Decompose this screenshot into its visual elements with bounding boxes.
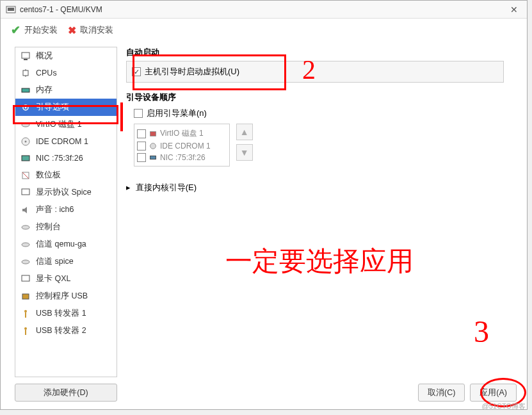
svg-rect-28 — [150, 156, 156, 159]
watermark: @51CTO博客 — [482, 402, 526, 411]
sidebar-item-tablet[interactable]: 数位板 — [15, 167, 117, 184]
main-panel: 自动启动 主机引导时启动虚拟机(U) 引导设备顺序 启用引导菜单(n) Virt… — [124, 47, 517, 377]
sidebar-item-label: 引导选项 — [36, 102, 69, 113]
autostart-checkbox-row[interactable]: 主机引导时启动虚拟机(U) — [132, 64, 498, 79]
autostart-box: 主机引导时启动虚拟机(U) — [126, 61, 504, 83]
svg-point-12 — [25, 141, 27, 143]
usb-icon — [20, 309, 31, 319]
autostart-title: 自动启动 — [126, 47, 514, 58]
tablet-icon — [20, 170, 31, 181]
sidebar-item-usb-redir-2[interactable]: USB 转发器 2 — [15, 322, 117, 339]
sidebar-item-label: 控制程序 USB — [36, 291, 88, 302]
sidebar-item-label: 概况 — [36, 51, 52, 61]
boot-item[interactable]: VirtIO 磁盘 1 — [137, 127, 227, 140]
sidebar-item-label: CPUs — [36, 69, 57, 77]
svg-rect-21 — [22, 294, 29, 299]
boot-item[interactable]: NIC :75:3f:26 — [137, 152, 227, 163]
sidebar-item-label: 信道 qemu-ga — [36, 239, 86, 250]
cdrom-icon — [149, 142, 157, 151]
cdrom-icon — [20, 136, 31, 147]
sidebar-item-label: VirtIO 磁盘 1 — [36, 119, 82, 130]
sidebar-item-label: 数位板 — [36, 170, 61, 181]
svg-rect-2 — [22, 53, 29, 58]
checkbox-icon[interactable] — [137, 129, 146, 138]
nic-icon — [149, 153, 157, 162]
footer: 添加硬件(D) 取消(C) 应用(A) — [15, 384, 517, 402]
titlebar: centos7-1 - QEMU/KVM ✕ — [1, 1, 527, 19]
cancel-install-button[interactable]: ✖ 取消安装 — [68, 24, 113, 37]
sidebar-item-virtio-disk[interactable]: VirtIO 磁盘 1 — [15, 116, 117, 133]
sidebar-item-boot-options[interactable]: 引导选项 — [15, 99, 117, 116]
add-hardware-button[interactable]: 添加硬件(D) — [15, 384, 117, 402]
disk-icon — [149, 129, 157, 138]
sidebar-item-video-qxl[interactable]: 显卡 QXL — [15, 270, 117, 288]
apply-button[interactable]: 应用(A) — [470, 384, 517, 402]
cancel-button[interactable]: 取消(C) — [418, 384, 465, 402]
sidebar-item-label: 声音 : ich6 — [36, 204, 74, 215]
svg-rect-1 — [8, 8, 14, 11]
move-up-button[interactable]: ▲ — [236, 124, 253, 140]
expand-arrow-icon: ▸ — [126, 183, 131, 192]
nic-icon — [20, 153, 31, 163]
sidebar-item-console[interactable]: 控制台 — [15, 218, 117, 236]
checkbox-icon[interactable] — [137, 142, 146, 151]
usb-controller-icon — [20, 291, 31, 302]
sidebar-item-channel-qemuga[interactable]: 信道 qemu-ga — [15, 236, 117, 253]
direct-kernel-boot-label: 直接内核引导(E) — [136, 183, 197, 192]
sidebar-item-display-spice[interactable]: 显示协议 Spice — [15, 184, 117, 201]
svg-rect-26 — [150, 131, 156, 136]
checkbox-icon[interactable] — [134, 109, 143, 118]
cpu-icon — [20, 68, 31, 78]
toolbar: ✔ 开始安装 ✖ 取消安装 — [1, 19, 527, 42]
autostart-checkbox-label: 主机引导时启动虚拟机(U) — [145, 66, 239, 77]
channel-icon — [20, 240, 31, 250]
boot-item-label: IDE CDROM 1 — [160, 142, 211, 151]
sidebar-item-sound[interactable]: 声音 : ich6 — [15, 201, 117, 218]
window-title: centos7-1 - QEMU/KVM — [20, 5, 506, 14]
sidebar: 概况 CPUs 内存 引导选项 VirtIO 磁盘 1 IDE CDROM 1 — [15, 47, 117, 377]
gear-icon — [20, 102, 31, 113]
svg-point-27 — [150, 143, 156, 149]
check-icon: ✔ — [11, 23, 20, 37]
sidebar-item-nic[interactable]: NIC :75:3f:26 — [15, 150, 117, 167]
sidebar-item-label: 控制台 — [36, 222, 61, 232]
sidebar-item-label: IDE CDROM 1 — [36, 137, 88, 146]
boot-item[interactable]: IDE CDROM 1 — [137, 140, 227, 152]
sidebar-item-controller-usb[interactable]: 控制程序 USB — [15, 288, 117, 305]
sidebar-item-label: 显示协议 Spice — [36, 187, 92, 198]
checkbox-icon[interactable] — [132, 67, 141, 76]
move-down-button[interactable]: ▼ — [236, 144, 253, 161]
sidebar-item-label: 信道 spice — [36, 256, 74, 267]
svg-rect-4 — [23, 70, 28, 76]
sidebar-item-overview[interactable]: 概况 — [15, 47, 117, 65]
close-icon[interactable]: ✕ — [506, 4, 522, 15]
enable-boot-menu-label: 启用引导菜单(n) — [147, 108, 207, 119]
svg-point-10 — [22, 123, 29, 127]
sidebar-item-label: 显卡 QXL — [36, 273, 71, 284]
direct-kernel-boot-expander[interactable]: ▸ 直接内核引导(E) — [126, 182, 514, 193]
disk-icon — [20, 120, 31, 130]
sidebar-item-channel-spice[interactable]: 信道 spice — [15, 253, 117, 270]
svg-rect-3 — [24, 59, 28, 60]
sidebar-item-cpus[interactable]: CPUs — [15, 65, 117, 81]
svg-rect-7 — [22, 88, 29, 92]
vm-settings-window: centos7-1 - QEMU/KVM ✕ ✔ 开始安装 ✖ 取消安装 概况 … — [0, 0, 528, 410]
start-install-button[interactable]: ✔ 开始安装 — [11, 23, 58, 37]
svg-point-24 — [24, 327, 27, 330]
sidebar-item-usb-redir-1[interactable]: USB 转发器 1 — [15, 305, 117, 322]
enable-boot-menu-row[interactable]: 启用引导菜单(n) — [134, 106, 514, 121]
display-icon — [20, 188, 31, 198]
vm-icon — [6, 6, 16, 13]
sidebar-item-memory[interactable]: 内存 — [15, 81, 117, 99]
boot-item-label: VirtIO 磁盘 1 — [160, 128, 204, 139]
reorder-buttons: ▲ ▼ — [236, 124, 253, 161]
content-area: 概况 CPUs 内存 引导选项 VirtIO 磁盘 1 IDE CDROM 1 — [1, 42, 527, 377]
sidebar-item-label: NIC :75:3f:26 — [36, 154, 83, 163]
svg-rect-16 — [22, 189, 29, 195]
checkbox-icon[interactable] — [137, 153, 146, 162]
svg-rect-13 — [22, 156, 29, 161]
boot-device-list: VirtIO 磁盘 1 IDE CDROM 1 NIC :75:3f:26 — [134, 124, 230, 167]
sidebar-item-ide-cdrom[interactable]: IDE CDROM 1 — [15, 133, 117, 150]
svg-rect-20 — [22, 275, 29, 281]
channel-icon — [20, 257, 31, 267]
